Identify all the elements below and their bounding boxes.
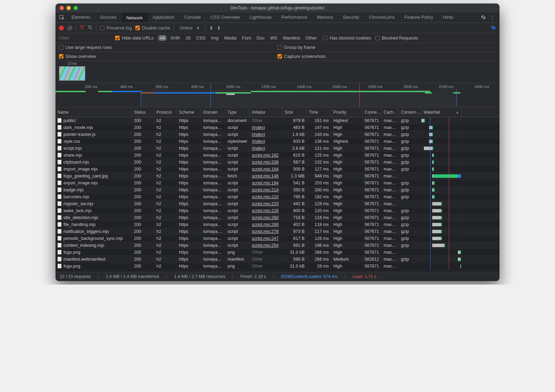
filter-pill-js[interactable]: JS bbox=[183, 35, 193, 41]
col-header[interactable]: Domain bbox=[201, 107, 225, 117]
table-row[interactable]: clipboard.mjs200h2httpstomayac…scriptscr… bbox=[56, 159, 500, 166]
table-row[interactable]: dark_mode.mjs200h2httpstomayac…script(in… bbox=[56, 124, 500, 131]
disable-cache-checkbox[interactable]: Disable cache bbox=[135, 25, 170, 31]
col-header[interactable]: Scheme bbox=[177, 107, 201, 117]
table-row[interactable]: content_indexing.mjs200h2httpstomayac…sc… bbox=[56, 242, 500, 249]
filter-pill-all[interactable]: All bbox=[158, 35, 167, 41]
cell-initiator[interactable]: (index) bbox=[250, 132, 283, 137]
cell-initiator[interactable]: script.mjs:233 bbox=[250, 201, 283, 206]
import-har-icon[interactable]: ⬆ bbox=[209, 25, 213, 31]
timeline-selection[interactable] bbox=[141, 89, 457, 107]
tab-elements[interactable]: Elements bbox=[67, 12, 95, 23]
table-row[interactable]: export_image.mjs200h2httpstomayac…script… bbox=[56, 180, 500, 186]
hide-data-urls-checkbox[interactable]: Hide data URLs bbox=[115, 35, 154, 41]
col-header[interactable]: Initiator bbox=[250, 107, 283, 117]
table-row[interactable]: public/200h2httpstomayac…documentOther87… bbox=[56, 117, 500, 124]
has-blocked-cookies-checkbox[interactable]: Has blocked cookies bbox=[323, 35, 371, 41]
record-icon[interactable] bbox=[59, 26, 64, 31]
cell-initiator[interactable]: script.mjs:266 bbox=[250, 222, 283, 227]
col-header[interactable]: Waterfall▲ bbox=[421, 107, 461, 117]
table-row[interactable]: style.css200h2httpstomayac…stylesheet(in… bbox=[56, 138, 500, 145]
table-row[interactable]: fugu.png200h2httpstomayac…pngOther31.0 k… bbox=[56, 249, 500, 256]
table-row[interactable]: import_image.mjs200h2httpstomayac…script… bbox=[56, 166, 500, 173]
filter-pill-other[interactable]: Other bbox=[304, 35, 319, 41]
table-row[interactable]: register_sw.mjs200h2httpstomayac…scripts… bbox=[56, 200, 500, 207]
cell-initiator[interactable]: script.mjs:226 bbox=[250, 208, 283, 213]
filter-input[interactable] bbox=[59, 35, 111, 41]
filter-pill-doc[interactable]: Doc bbox=[255, 35, 267, 41]
filter-pill-css[interactable]: CSS bbox=[194, 35, 208, 41]
table-row[interactable]: manifest.webmanifest200h2httpstomayac…ma… bbox=[56, 256, 500, 263]
filter-icon[interactable] bbox=[79, 25, 84, 31]
table-row[interactable]: fugu.png200h2httpstomayac…pngOther31.0 k… bbox=[56, 263, 500, 270]
use-large-rows-checkbox[interactable]: Use large request rows bbox=[59, 45, 112, 50]
screenshot-thumb[interactable] bbox=[59, 66, 85, 81]
tab-css-overview[interactable]: CSS Overview bbox=[206, 12, 245, 23]
timeline-overview[interactable]: 200 ms400 ms600 ms800 ms1000 ms1200 ms14… bbox=[56, 83, 500, 107]
filter-pill-xhr[interactable]: XHR bbox=[168, 35, 182, 41]
cell-initiator[interactable]: script.mjs:194 bbox=[250, 167, 283, 172]
table-row[interactable]: periodic_background_sync.mjs200h2httpsto… bbox=[56, 235, 500, 242]
blocked-requests-checkbox[interactable]: Blocked Requests bbox=[375, 35, 418, 41]
minimize-window-icon[interactable] bbox=[67, 6, 71, 10]
kebab-menu-icon[interactable]: ⋮ bbox=[490, 15, 495, 21]
tab-security[interactable]: Security bbox=[338, 12, 364, 23]
col-header[interactable]: Cach… bbox=[382, 107, 399, 117]
tab-hints[interactable]: Hints bbox=[438, 12, 458, 23]
table-header[interactable]: NameStatusProtocolSchemeDomainTypeInitia… bbox=[56, 107, 500, 117]
col-header[interactable]: Time bbox=[307, 107, 331, 117]
show-overview-checkbox[interactable]: Show overview bbox=[59, 54, 96, 59]
cell-initiator[interactable]: script.mjs:182 bbox=[250, 153, 283, 158]
tab-chromelens[interactable]: ChromeLens bbox=[364, 12, 399, 23]
cell-initiator[interactable]: (index) bbox=[250, 146, 283, 151]
traffic-lights[interactable] bbox=[56, 6, 78, 10]
cell-initiator[interactable]: (index) bbox=[250, 125, 283, 130]
filter-pill-ws[interactable]: WS bbox=[268, 35, 280, 41]
cell-initiator[interactable]: script.mjs:208 bbox=[250, 160, 283, 165]
throttling-select[interactable]: Online ▼ bbox=[178, 25, 202, 31]
tab-lighthouse[interactable]: Lighthouse bbox=[245, 12, 276, 23]
cell-initiator[interactable]: script.mjs:194 bbox=[250, 181, 283, 185]
col-header[interactable]: Priority bbox=[331, 107, 362, 117]
cell-initiator[interactable]: script.mjs:278 bbox=[250, 229, 283, 234]
group-by-frame-checkbox[interactable]: Group by frame bbox=[278, 45, 315, 50]
capture-screenshots-checkbox[interactable]: Capture screenshots bbox=[278, 54, 326, 59]
gear-icon[interactable] bbox=[481, 15, 486, 21]
col-header[interactable]: Size bbox=[283, 107, 307, 117]
table-row[interactable]: share.mjs200h2httpstomayac…scriptscript.… bbox=[56, 152, 500, 159]
table-row[interactable]: notification_triggers.mjs200h2httpstomay… bbox=[56, 228, 500, 235]
tab-performance[interactable]: Performance bbox=[276, 12, 312, 23]
filter-pill-manifest[interactable]: Manifest bbox=[281, 35, 302, 41]
col-header[interactable]: Content-… bbox=[399, 107, 421, 117]
export-har-icon[interactable]: ⬇ bbox=[217, 25, 221, 31]
table-row[interactable]: badge.mjs200h2httpstomayac…scriptscript.… bbox=[56, 186, 500, 193]
filter-pill-font[interactable]: Font bbox=[240, 35, 253, 41]
cell-initiator[interactable]: script.mjs:254 bbox=[250, 243, 283, 248]
tab-feature-policy[interactable]: Feature Policy bbox=[400, 12, 438, 23]
preserve-log-checkbox[interactable]: Preserve log bbox=[100, 25, 132, 31]
cell-initiator[interactable]: script.mjs:146 bbox=[250, 174, 283, 178]
cell-initiator[interactable]: script.mjs:247 bbox=[250, 236, 283, 241]
tab-sources[interactable]: Sources bbox=[95, 12, 121, 23]
maximize-window-icon[interactable] bbox=[74, 6, 78, 10]
filter-pill-img[interactable]: Img bbox=[209, 35, 221, 41]
tab-console[interactable]: Console bbox=[179, 12, 206, 23]
search-icon[interactable] bbox=[88, 25, 93, 31]
tab-application[interactable]: Application bbox=[148, 12, 180, 23]
filter-pill-media[interactable]: Media bbox=[222, 35, 238, 41]
col-header[interactable]: Conne… bbox=[362, 107, 382, 117]
clear-icon[interactable] bbox=[67, 26, 72, 31]
col-header[interactable]: Type bbox=[225, 107, 250, 117]
cell-initiator[interactable]: script.mjs:220 bbox=[250, 194, 283, 199]
inspect-icon[interactable] bbox=[58, 15, 67, 20]
tab-memory[interactable]: Memory bbox=[312, 12, 338, 23]
close-window-icon[interactable] bbox=[60, 6, 64, 10]
col-header[interactable]: Status bbox=[132, 107, 154, 117]
col-header[interactable]: Protocol bbox=[154, 107, 177, 117]
cell-initiator[interactable]: script.mjs:214 bbox=[250, 188, 283, 192]
tab-network[interactable]: Network bbox=[121, 12, 148, 23]
table-row[interactable]: file_handling.mjs200h2httpstomayac…scrip… bbox=[56, 221, 500, 228]
cell-initiator[interactable]: script.mjs:260 bbox=[250, 215, 283, 220]
cell-initiator[interactable]: (index) bbox=[250, 139, 283, 144]
col-header[interactable]: Name bbox=[56, 107, 132, 117]
